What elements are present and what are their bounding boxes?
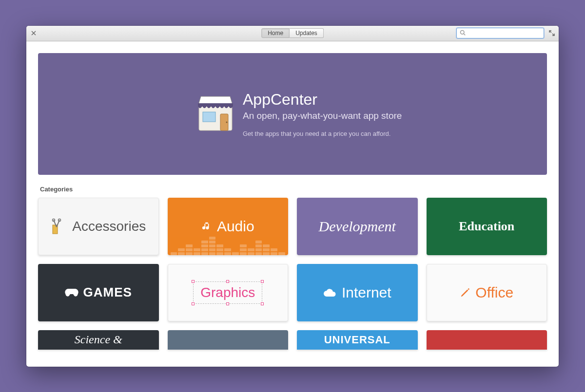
svg-rect-3 xyxy=(203,112,215,122)
svg-point-5 xyxy=(226,121,228,123)
category-games[interactable]: GAMES xyxy=(38,264,159,321)
search-icon xyxy=(460,29,466,37)
music-note-icon xyxy=(201,221,212,232)
selection-handle-icon xyxy=(261,302,264,305)
banner-description: Get the apps that you need at a price yo… xyxy=(243,130,402,137)
selection-handle-icon xyxy=(192,280,195,283)
scissors-ruler-icon xyxy=(51,218,67,235)
category-audio[interactable]: Audio xyxy=(168,198,289,255)
category-education[interactable]: Education xyxy=(427,198,547,255)
tab-updates[interactable]: Updates xyxy=(290,28,324,38)
category-universal-access[interactable]: UNIVERSAL xyxy=(297,330,418,350)
featured-banner[interactable]: AppCenter An open, pay-what-you-want app… xyxy=(38,53,547,175)
view-switcher: Home Updates xyxy=(261,28,324,38)
categories-heading: Categories xyxy=(40,186,545,193)
svg-rect-2 xyxy=(198,103,233,106)
categories-grid-row3: Science & UNIVERSAL xyxy=(26,330,559,350)
selection-handle-icon xyxy=(261,280,264,283)
gamepad-icon xyxy=(65,288,78,298)
maximize-button[interactable] xyxy=(549,30,555,36)
category-label: Science & xyxy=(75,333,122,346)
category-label: Graphics xyxy=(200,285,255,300)
category-development[interactable]: Development xyxy=(297,198,418,255)
category-label: Accessories xyxy=(72,219,146,234)
category-internet[interactable]: Internet xyxy=(297,264,418,321)
banner-subtitle: An open, pay-what-you-want app store xyxy=(243,111,402,121)
content: AppCenter An open, pay-what-you-want app… xyxy=(26,41,559,367)
category-video[interactable] xyxy=(427,330,547,350)
svg-point-0 xyxy=(461,31,465,35)
category-system[interactable] xyxy=(168,330,289,350)
category-label: UNIVERSAL xyxy=(324,334,390,346)
store-icon xyxy=(194,92,237,136)
tab-home[interactable]: Home xyxy=(261,28,290,38)
category-label: Education xyxy=(459,219,514,234)
cloud-icon xyxy=(323,288,337,298)
category-graphics[interactable]: Graphics xyxy=(168,264,289,321)
banner-title: AppCenter xyxy=(243,91,402,109)
titlebar: Home Updates xyxy=(26,26,559,41)
svg-point-7 xyxy=(53,219,55,221)
category-label: Development xyxy=(319,218,396,235)
category-label: GAMES xyxy=(83,285,132,300)
selection-handle-icon xyxy=(226,302,229,305)
category-label: Office xyxy=(475,284,513,301)
search-field[interactable] xyxy=(456,28,544,38)
pencil-icon xyxy=(460,287,470,298)
close-button[interactable] xyxy=(30,30,37,37)
category-label: Audio xyxy=(217,218,254,235)
categories-grid: Accessories Audio xyxy=(26,198,559,321)
search-input[interactable] xyxy=(468,30,541,37)
category-label: Internet xyxy=(342,284,391,301)
selection-handle-icon xyxy=(226,280,229,283)
app-window: Home Updates xyxy=(26,26,559,367)
selection-handle-icon xyxy=(192,302,195,305)
svg-point-8 xyxy=(58,219,61,221)
category-science[interactable]: Science & xyxy=(38,330,159,350)
category-office[interactable]: Office xyxy=(427,264,547,321)
category-accessories[interactable]: Accessories xyxy=(38,198,159,255)
